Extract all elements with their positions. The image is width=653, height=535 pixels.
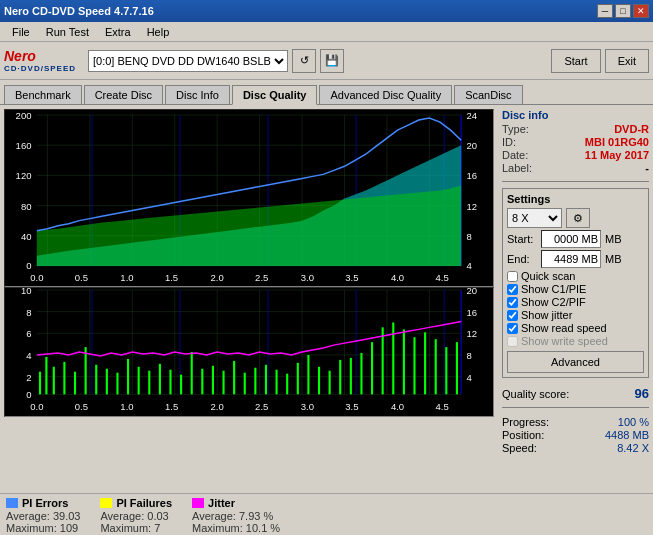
svg-text:4: 4 bbox=[466, 261, 471, 271]
svg-rect-74 bbox=[74, 372, 76, 395]
progress-val: 100 % bbox=[618, 416, 649, 428]
svg-rect-109 bbox=[445, 347, 447, 394]
progress-label: Progress: bbox=[502, 416, 549, 428]
quality-score-value: 96 bbox=[635, 386, 649, 401]
svg-text:10: 10 bbox=[21, 288, 32, 296]
tab-benchmark[interactable]: Benchmark bbox=[4, 85, 82, 104]
disc-id-row: ID: MBI 01RG40 bbox=[502, 136, 649, 148]
svg-rect-108 bbox=[435, 339, 437, 394]
svg-rect-103 bbox=[382, 327, 384, 394]
menu-extra[interactable]: Extra bbox=[97, 24, 139, 40]
svg-rect-93 bbox=[276, 370, 278, 395]
show-write-speed-row: Show write speed bbox=[507, 335, 644, 347]
svg-rect-91 bbox=[254, 368, 256, 395]
svg-text:2.0: 2.0 bbox=[211, 273, 224, 283]
show-read-speed-checkbox[interactable] bbox=[507, 323, 518, 334]
svg-text:2.5: 2.5 bbox=[255, 402, 268, 412]
maximize-button[interactable]: □ bbox=[615, 4, 631, 18]
top-chart: 200 160 120 80 40 0 24 20 16 12 8 4 0.0 … bbox=[4, 109, 494, 287]
quick-scan-row: Quick scan bbox=[507, 270, 644, 282]
svg-rect-78 bbox=[116, 373, 118, 395]
svg-text:8: 8 bbox=[466, 351, 471, 361]
speed-val: 8.42 X bbox=[617, 442, 649, 454]
svg-text:20: 20 bbox=[466, 141, 477, 151]
svg-text:3.5: 3.5 bbox=[345, 402, 358, 412]
menu-help[interactable]: Help bbox=[139, 24, 178, 40]
settings-icon-btn[interactable]: ⚙ bbox=[566, 208, 590, 228]
main-content: 200 160 120 80 40 0 24 20 16 12 8 4 0.0 … bbox=[0, 105, 653, 493]
disc-id-val: MBI 01RG40 bbox=[585, 136, 649, 148]
window-controls: ─ □ ✕ bbox=[597, 4, 649, 18]
start-input[interactable]: 0000 MB bbox=[541, 230, 601, 248]
svg-text:4.0: 4.0 bbox=[391, 402, 404, 412]
svg-text:0: 0 bbox=[26, 391, 31, 401]
end-input[interactable]: 4489 MB bbox=[541, 250, 601, 268]
tab-disc-info[interactable]: Disc Info bbox=[165, 85, 230, 104]
quick-scan-checkbox[interactable] bbox=[507, 271, 518, 282]
show-jitter-row: Show jitter bbox=[507, 309, 644, 321]
svg-rect-99 bbox=[339, 360, 341, 394]
minimize-button[interactable]: ─ bbox=[597, 4, 613, 18]
show-jitter-checkbox[interactable] bbox=[507, 310, 518, 321]
toolbar: Nero CD·DVD/SPEED [0:0] BENQ DVD DD DW16… bbox=[0, 42, 653, 80]
pi-errors-legend: PI Errors Average: 39.03 Maximum: 109 To… bbox=[6, 497, 80, 535]
svg-text:2.0: 2.0 bbox=[211, 402, 224, 412]
tab-create-disc[interactable]: Create Disc bbox=[84, 85, 163, 104]
show-write-speed-checkbox[interactable] bbox=[507, 336, 518, 347]
svg-text:3.0: 3.0 bbox=[301, 273, 314, 283]
svg-rect-87 bbox=[212, 366, 214, 395]
show-read-speed-label: Show read speed bbox=[521, 322, 607, 334]
start-button[interactable]: Start bbox=[551, 49, 600, 73]
svg-text:6: 6 bbox=[26, 330, 31, 340]
svg-text:1.0: 1.0 bbox=[120, 273, 133, 283]
start-unit: MB bbox=[605, 233, 622, 245]
svg-text:8: 8 bbox=[466, 232, 471, 242]
pi-errors-color bbox=[6, 498, 18, 508]
svg-text:0.0: 0.0 bbox=[30, 273, 43, 283]
pi-failures-legend: PI Failures Average: 0.03 Maximum: 7 Tot… bbox=[100, 497, 172, 535]
save-button[interactable]: 💾 bbox=[320, 49, 344, 73]
svg-rect-95 bbox=[297, 363, 299, 395]
menu-run-test[interactable]: Run Test bbox=[38, 24, 97, 40]
start-label: Start: bbox=[507, 233, 537, 245]
show-c1pie-row: Show C1/PIE bbox=[507, 283, 644, 295]
tab-advanced-disc-quality[interactable]: Advanced Disc Quality bbox=[319, 85, 452, 104]
quick-scan-label: Quick scan bbox=[521, 270, 575, 282]
menu-file[interactable]: File bbox=[4, 24, 38, 40]
pi-failures-title: PI Failures bbox=[100, 497, 172, 509]
svg-text:40: 40 bbox=[21, 232, 32, 242]
show-c2pif-label: Show C2/PIF bbox=[521, 296, 586, 308]
svg-rect-110 bbox=[456, 342, 458, 394]
refresh-button[interactable]: ↺ bbox=[292, 49, 316, 73]
tab-bar: Benchmark Create Disc Disc Info Disc Qua… bbox=[0, 80, 653, 105]
pi-failures-label: PI Failures bbox=[116, 497, 172, 509]
divider-1 bbox=[502, 181, 649, 182]
speed-select[interactable]: 8 X bbox=[507, 208, 562, 228]
show-c1pie-checkbox[interactable] bbox=[507, 284, 518, 295]
tab-disc-quality[interactable]: Disc Quality bbox=[232, 85, 318, 105]
show-c2pif-checkbox[interactable] bbox=[507, 297, 518, 308]
svg-text:200: 200 bbox=[16, 111, 32, 121]
progress-section: Progress: 100 % Position: 4488 MB Speed:… bbox=[502, 416, 649, 455]
pi-failures-color bbox=[100, 498, 112, 508]
speed-label: Speed: bbox=[502, 442, 537, 454]
svg-rect-84 bbox=[180, 375, 182, 395]
advanced-button[interactable]: Advanced bbox=[507, 351, 644, 373]
svg-rect-73 bbox=[63, 362, 65, 394]
svg-rect-82 bbox=[159, 364, 161, 395]
drive-select[interactable]: [0:0] BENQ DVD DD DW1640 BSLB bbox=[88, 50, 288, 72]
svg-text:4: 4 bbox=[466, 373, 471, 383]
svg-text:16: 16 bbox=[466, 172, 477, 182]
close-button[interactable]: ✕ bbox=[633, 4, 649, 18]
svg-rect-86 bbox=[201, 369, 203, 395]
bottom-chart: 10 8 6 4 2 0 20 16 12 8 4 0.0 0.5 1.0 1.… bbox=[4, 287, 494, 417]
position-label: Position: bbox=[502, 429, 544, 441]
svg-text:2.5: 2.5 bbox=[255, 273, 268, 283]
svg-text:4.0: 4.0 bbox=[391, 273, 404, 283]
tab-scandisc[interactable]: ScanDisc bbox=[454, 85, 522, 104]
menu-bar: File Run Test Extra Help bbox=[0, 22, 653, 42]
jitter-max: Maximum: 10.1 % bbox=[192, 522, 280, 534]
svg-rect-75 bbox=[85, 347, 87, 394]
jitter-avg: Average: 7.93 % bbox=[192, 510, 280, 522]
exit-button[interactable]: Exit bbox=[605, 49, 649, 73]
